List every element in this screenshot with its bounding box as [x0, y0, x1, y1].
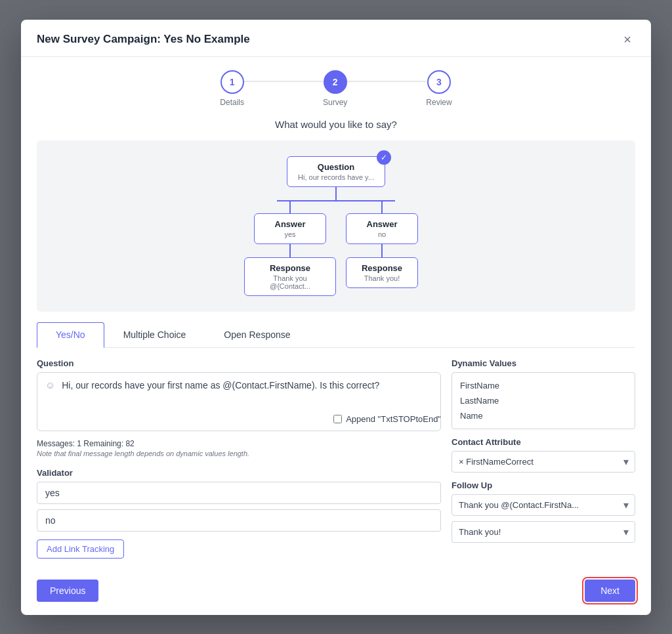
content-grid: Question ☺ Hi, our records have your fir… — [21, 348, 651, 559]
answer-no-sub: no — [357, 230, 407, 238]
dynamic-values-label: Dynamic Values — [452, 358, 635, 368]
stepper: 1 Details 2 Survey 3 Review — [21, 57, 651, 114]
close-button[interactable]: × — [620, 32, 635, 47]
connector-v1 — [335, 187, 337, 200]
question-label: Question — [37, 358, 441, 368]
question-node[interactable]: ✓ Question Hi, our records have y... — [287, 156, 385, 187]
follow-up-select2-wrap: Thank you! — [452, 521, 635, 543]
validator-no-input[interactable] — [37, 509, 441, 532]
previous-button[interactable]: Previous — [37, 580, 98, 602]
question-node-sub: Hi, our records have y... — [298, 173, 374, 181]
contact-attr-select-wrap: × FirstNameCorrect — [452, 451, 635, 473]
step-3-label: Review — [426, 98, 452, 107]
right-column: Dynamic Values FirstName LastName Name C… — [452, 358, 635, 559]
response-yes-node[interactable]: Response Thank you @{Contact... — [244, 257, 336, 296]
connector-yes-v2 — [289, 244, 291, 257]
dynamic-value-name[interactable]: Name — [452, 408, 635, 423]
validator-section: Validator Add Link Tracking — [37, 468, 441, 559]
modal-title: New Survey Campaign: Yes No Example — [37, 33, 250, 46]
step-1-circle: 1 — [220, 70, 244, 94]
step-2-label: Survey — [323, 98, 347, 107]
survey-modal: New Survey Campaign: Yes No Example × 1 … — [21, 20, 651, 615]
modal-header: New Survey Campaign: Yes No Example × — [21, 20, 651, 57]
messages-note: Note that final message length depends o… — [37, 450, 249, 457]
answer-yes-node[interactable]: Answer yes — [254, 213, 326, 244]
response-no-title: Response — [357, 263, 407, 273]
connector-no-v1 — [381, 200, 383, 213]
connector-no-v2 — [381, 244, 383, 257]
flow-tree: ✓ Question Hi, our records have y... — [244, 156, 428, 296]
dynamic-value-lastname[interactable]: LastName — [452, 393, 635, 408]
step-3: 3 Review — [426, 70, 452, 107]
validator-yes-input[interactable] — [37, 482, 441, 504]
step-1: 1 Details — [220, 70, 244, 107]
tabs-row: Yes/No Multiple Choice Open Response — [37, 322, 635, 348]
answer-no-node[interactable]: Answer no — [346, 213, 418, 244]
response-yes-title: Response — [255, 263, 325, 273]
modal-footer: Previous Next — [21, 569, 651, 615]
connector-yes-v1 — [289, 200, 291, 213]
follow-up-select1[interactable]: Thank you @(Contact.FirstNa... — [452, 494, 635, 516]
follow-up-label: Follow Up — [452, 480, 635, 490]
answer-yes-title: Answer — [265, 219, 315, 229]
contact-attr-select[interactable]: × FirstNameCorrect — [452, 451, 635, 473]
flow-diagram: ✓ Question Hi, our records have y... — [37, 140, 635, 312]
contact-attr-label: Contact Attribute — [452, 437, 635, 447]
dynamic-value-firstname[interactable]: FirstName — [452, 378, 635, 393]
branch-no: Answer no Response Thank you! — [336, 200, 428, 288]
check-badge: ✓ — [377, 150, 391, 165]
branch-line-wrap: Answer yes Response Thank you @{Contact.… — [244, 200, 428, 296]
tab-open-response[interactable]: Open Response — [205, 322, 309, 347]
dynamic-values-box: FirstName LastName Name — [452, 372, 635, 429]
validator-label: Validator — [37, 468, 441, 478]
step-1-label: Details — [220, 98, 244, 107]
modal-subtitle: What would you like to say? — [21, 114, 651, 140]
step-line-2 — [347, 81, 426, 82]
response-no-sub: Thank you! — [357, 274, 407, 282]
tab-multiple-choice[interactable]: Multiple Choice — [104, 322, 205, 347]
answer-no-title: Answer — [357, 219, 407, 229]
question-text: Hi, our records have your first name as … — [62, 380, 379, 391]
add-link-tracking-button[interactable]: Add Link Tracking — [37, 539, 124, 559]
messages-info: Messages: 1 Remaining: 82 — [37, 439, 249, 448]
question-node-title: Question — [298, 162, 374, 172]
step-2-circle: 2 — [324, 70, 347, 94]
step-2: 2 Survey — [323, 70, 347, 107]
branch-yes: Answer yes Response Thank you @{Contact.… — [244, 200, 336, 296]
step-line-1 — [244, 81, 323, 82]
tab-yes-no[interactable]: Yes/No — [37, 322, 104, 348]
left-column: Question ☺ Hi, our records have your fir… — [37, 358, 452, 559]
question-box[interactable]: ☺ Hi, our records have your first name a… — [37, 372, 441, 431]
response-no-node[interactable]: Response Thank you! — [346, 257, 418, 288]
step-3-circle: 3 — [427, 70, 451, 94]
emoji-icon: ☺ — [45, 379, 55, 391]
follow-up-select1-wrap: Thank you @(Contact.FirstNa... — [452, 494, 635, 516]
answer-yes-sub: yes — [265, 230, 315, 238]
response-yes-sub: Thank you @{Contact... — [255, 274, 325, 290]
branch-h-line — [277, 200, 395, 201]
follow-up-select2[interactable]: Thank you! — [452, 521, 635, 543]
next-button[interactable]: Next — [585, 580, 635, 602]
